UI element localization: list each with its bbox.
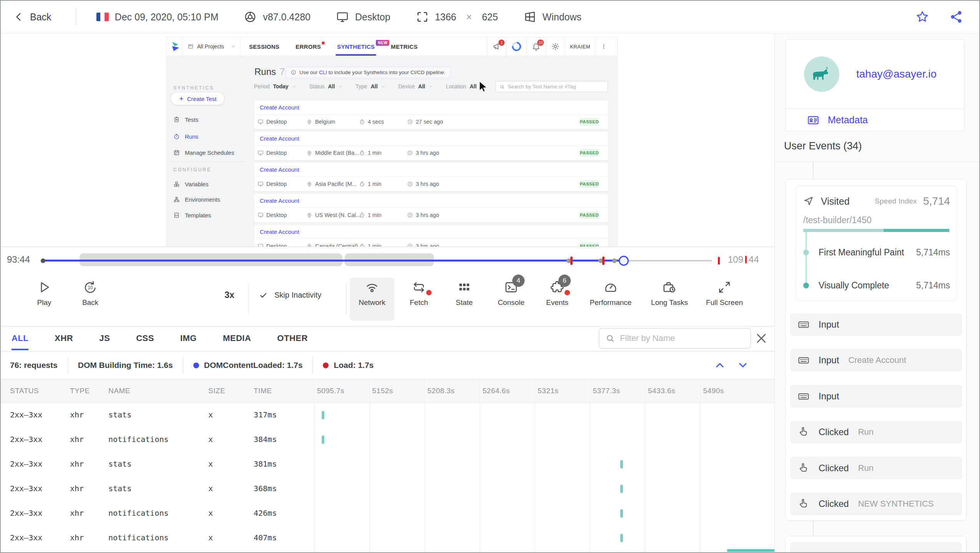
request-time: 381ms (254, 459, 277, 469)
alert-dot (322, 41, 325, 45)
divider (76, 8, 76, 26)
run-cell: Desktop (257, 239, 287, 247)
run-cell-text: 4 secs (368, 119, 384, 125)
request-status: 2xx–3xx (10, 435, 42, 444)
network-tab-css[interactable]: CSS (136, 333, 154, 350)
avatar (804, 56, 839, 92)
fetch-panel-button[interactable]: Fetch (396, 278, 442, 321)
run-cell-text: 27 sec ago (416, 119, 443, 125)
network-tab-img[interactable]: IMG (180, 333, 197, 350)
metadata-button[interactable]: Metadata (786, 108, 964, 131)
fetch-icon (412, 280, 426, 295)
close-panel-icon[interactable] (755, 332, 768, 345)
screen-resolution: 1366 × 625 (416, 10, 498, 23)
network-tab-all[interactable]: ALL (12, 333, 28, 350)
request-time: 317ms (254, 410, 277, 419)
network-tab-xhr[interactable]: XHR (55, 333, 73, 350)
user-event-row[interactable]: ClickedRun (790, 421, 962, 443)
network-tab-media[interactable]: MEDIA (223, 333, 251, 350)
timeline-progress[interactable] (43, 260, 624, 262)
issue-marker[interactable] (570, 257, 573, 265)
network-filter-input[interactable] (620, 333, 744, 343)
events-panel-button[interactable]: 6Events (534, 278, 580, 321)
filter-device: DeviceAll (399, 83, 433, 89)
replayed-app-navbar: All Projects SESSIONSERRORSSYNTHETICSNEW… (166, 37, 617, 56)
run-cell: Desktop (257, 114, 287, 129)
event-type-label: Input (819, 319, 839, 330)
event-row[interactable] (790, 542, 962, 552)
filter-period: PeriodToday (254, 83, 296, 89)
issue-marker[interactable] (718, 257, 720, 265)
replay-stage[interactable]: All Projects SESSIONSERRORSSYNTHETICSNEW… (1, 33, 774, 247)
request-type: xhr (70, 435, 84, 444)
fullscreen-panel-button[interactable]: Full Screen (701, 278, 747, 321)
network-request-row[interactable]: 2xx–3xxxhrnotificationsx407ms (1, 526, 774, 550)
run-cell: 1 min (359, 146, 381, 160)
pin-icon (306, 119, 312, 125)
alert-dot (565, 290, 570, 295)
run-cell: 4 secs (359, 114, 384, 129)
longtasks-panel-button[interactable]: Long Tasks (646, 278, 693, 321)
stopwatch-icon (359, 212, 365, 218)
playhead[interactable] (619, 256, 629, 266)
share-icon[interactable] (949, 10, 963, 24)
run-cell: Asia Pacific (M... (306, 177, 357, 191)
back-button[interactable]: Back (14, 12, 51, 23)
run-cell: Desktop (257, 208, 287, 222)
request-time: 384ms (254, 435, 277, 444)
requests-count: 76: requests (10, 361, 58, 370)
user-event-row[interactable]: Input (790, 385, 962, 407)
panel-label: Fetch (396, 298, 442, 307)
event-type-label: Clicked (819, 498, 849, 509)
announcements-icon: 1 (487, 37, 507, 56)
console-panel-button[interactable]: 4Console (488, 278, 534, 321)
waterfall-tick (620, 485, 623, 493)
request-status: 2xx–3xx (10, 533, 42, 542)
panel-label: State (441, 298, 487, 307)
project-selector: All Projects (182, 37, 240, 56)
playback-timeline[interactable]: 93:44 10944 (1, 247, 774, 272)
network-tab-js[interactable]: JS (99, 333, 110, 350)
user-event-row[interactable]: InputCreate Account (790, 349, 962, 371)
metric-value: 5,714ms (916, 247, 950, 258)
time-column-header: 5377.3s (593, 387, 620, 395)
waterfall-tick (322, 411, 324, 419)
performance-panel-button[interactable]: Performance (588, 278, 634, 321)
network-tab-other[interactable]: OTHER (277, 333, 308, 350)
user-email[interactable]: tahay@asayer.io (856, 68, 937, 80)
user-event-row[interactable]: Input (790, 313, 962, 336)
network-request-row[interactable]: 2xx–3xxxhrstatsx368ms (1, 477, 774, 501)
skip-inactivity-toggle[interactable]: Skip Inactivity (259, 291, 321, 300)
network-request-row[interactable]: 2xx–3xxxhrnotificationsx426ms (1, 501, 774, 526)
request-type: xhr (70, 459, 84, 469)
timeline-remaining[interactable] (624, 260, 712, 262)
request-size: x (208, 435, 213, 444)
state-panel-button[interactable]: State (441, 278, 487, 321)
run-cell: 1 min (359, 177, 381, 191)
projects-icon (188, 43, 194, 50)
user-event-row[interactable]: ClickedNEW SYNTHETICS (790, 493, 962, 515)
time-column-header: 5490s (703, 387, 724, 395)
network-request-row[interactable]: 2xx–3xxxhrstatsx317ms (1, 403, 774, 427)
horizontal-scrollbar[interactable] (727, 549, 776, 552)
user-event-row[interactable]: ClickedRun (790, 457, 962, 479)
request-name: stats (108, 459, 131, 469)
playback-speed-button[interactable]: 3x (216, 290, 243, 300)
settings-gear-icon (546, 37, 565, 56)
back-10-button[interactable]: 10 Back (69, 278, 111, 321)
request-status: 2xx–3xx (10, 484, 42, 493)
issue-marker[interactable] (602, 257, 605, 265)
network-panel-button[interactable]: Network (350, 278, 394, 321)
visited-path: /test-builder/1450 (803, 215, 872, 225)
jump-next-icon[interactable] (737, 359, 749, 371)
run-cell-text: 1 min (368, 150, 381, 156)
status-badge: PASSED (580, 211, 599, 219)
network-request-row[interactable]: 2xx–3xxxhrnotificationsx384ms (1, 427, 774, 452)
play-button[interactable]: Play (23, 278, 65, 321)
request-size: x (208, 410, 213, 419)
events-icon: 6 (550, 280, 565, 295)
jump-prev-icon[interactable] (714, 359, 726, 371)
network-request-row[interactable]: 2xx–3xxxhrstatsx381ms (1, 452, 774, 477)
visited-event-card[interactable]: Visited Speed Index 5,714 /test-builder/… (796, 185, 957, 301)
favorite-star-icon[interactable] (915, 10, 929, 24)
